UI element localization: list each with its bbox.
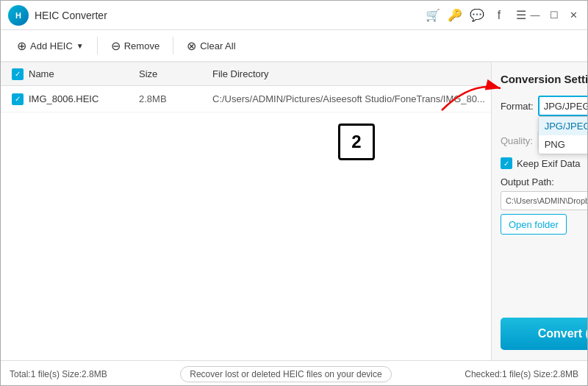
col-name: Name [29, 68, 139, 79]
format-dropdown-list: JPG/JPEG PNG [538, 116, 588, 154]
file-list: ✓ IMG_8006.HEIC 2.8MB C:/Users/ADMIN/Pic… [1, 86, 491, 360]
format-row: Format: JPG/JPEG ▼ JPG/JPEG PNG [501, 96, 588, 116]
maximize-button[interactable]: ☐ [548, 9, 561, 22]
format-select-wrapper: JPG/JPEG ▼ JPG/JPEG PNG [538, 96, 588, 116]
format-option-png[interactable]: PNG [539, 135, 588, 154]
output-section: Output Path: C:\Users\ADMIN\Dropbox\PC\.… [501, 176, 588, 235]
remove-button[interactable]: ⊖ Remove [104, 35, 167, 57]
exif-label: Keep Exif Data [517, 158, 581, 169]
title-bar: H HEIC Converter 🛒 🔑 💬 f ☰ — ☐ ✕ [1, 1, 587, 30]
recover-button[interactable]: Recover lost or deleted HEIC files on yo… [180, 366, 391, 382]
output-path-label: Output Path: [501, 176, 588, 187]
table-header: ✓ Name Size File Directory [1, 62, 491, 86]
right-panel: Conversion Settings: Format: JPG/JPEG ▼ … [492, 62, 588, 360]
row-size: 2.8MB [139, 93, 212, 104]
row-filename: IMG_8006.HEIC [29, 93, 139, 104]
remove-icon: ⊖ [111, 39, 121, 53]
clear-all-button[interactable]: ⊗ Clear All [179, 35, 243, 57]
output-path-row: C:\Users\ADMIN\Dropbox\PC\... ··· [501, 191, 588, 210]
col-directory: File Directory [212, 68, 485, 79]
menu-icon[interactable]: ☰ [514, 8, 528, 23]
add-heic-button[interactable]: ⊕ Add HEIC ▼ [10, 35, 91, 57]
file-area: ✓ Name Size File Directory ✓ IMG_8006.HE… [1, 62, 492, 360]
step-2-badge: 2 [338, 124, 375, 160]
open-folder-button[interactable]: Open folder [501, 214, 567, 235]
toolbar-divider2 [173, 37, 173, 54]
format-option-jpg[interactable]: JPG/JPEG [539, 117, 588, 135]
clear-icon: ⊗ [187, 39, 196, 53]
exif-checkbox[interactable]: ✓ [501, 157, 512, 169]
close-button[interactable]: ✕ [567, 9, 580, 22]
app-logo: H [8, 5, 29, 26]
app-title: HEIC Converter [35, 10, 426, 21]
row-checkbox[interactable]: ✓ [12, 93, 24, 105]
format-select-display[interactable]: JPG/JPEG ▼ [538, 96, 588, 116]
total-info: Total:1 file(s) Size:2.8MB [10, 369, 107, 379]
add-icon: ⊕ [17, 39, 26, 53]
output-path-display: C:\Users\ADMIN\Dropbox\PC\... [501, 191, 588, 210]
col-size: Size [139, 68, 212, 79]
key-icon[interactable]: 🔑 [448, 8, 462, 23]
row-directory: C:/Users/ADMIN/Pictures/Aiseesoft Studio… [212, 93, 485, 104]
select-all-checkbox[interactable]: ✓ [12, 68, 24, 80]
status-bar: Total:1 file(s) Size:2.8MB Recover lost … [1, 360, 587, 386]
toolbar: ⊕ Add HEIC ▼ ⊖ Remove ⊗ Clear All [1, 30, 587, 62]
quality-label: Quality: [501, 135, 533, 146]
facebook-icon[interactable]: f [492, 8, 506, 23]
dropdown-arrow-icon: ▼ [76, 42, 84, 50]
toolbar-divider [97, 37, 98, 54]
header-checkbox-cell: ✓ [7, 68, 29, 80]
exif-row: ✓ Keep Exif Data [501, 157, 588, 169]
format-label: Format: [501, 101, 534, 112]
main-content: ✓ Name Size File Directory ✓ IMG_8006.HE… [1, 62, 587, 360]
chat-icon[interactable]: 💬 [470, 8, 484, 23]
table-row: ✓ IMG_8006.HEIC 2.8MB C:/Users/ADMIN/Pic… [1, 86, 491, 112]
minimize-button[interactable]: — [528, 9, 542, 22]
title-icons: 🛒 🔑 💬 f ☰ [426, 8, 528, 23]
panel-title: Conversion Settings: [501, 73, 588, 85]
checked-info: Checked:1 file(s) Size:2.8MB [465, 369, 578, 379]
window-controls: — ☐ ✕ [528, 9, 580, 22]
row-checkbox-cell: ✓ [7, 93, 29, 105]
convert-button[interactable]: Convert (1) [501, 318, 588, 350]
cart-icon[interactable]: 🛒 [426, 8, 440, 23]
